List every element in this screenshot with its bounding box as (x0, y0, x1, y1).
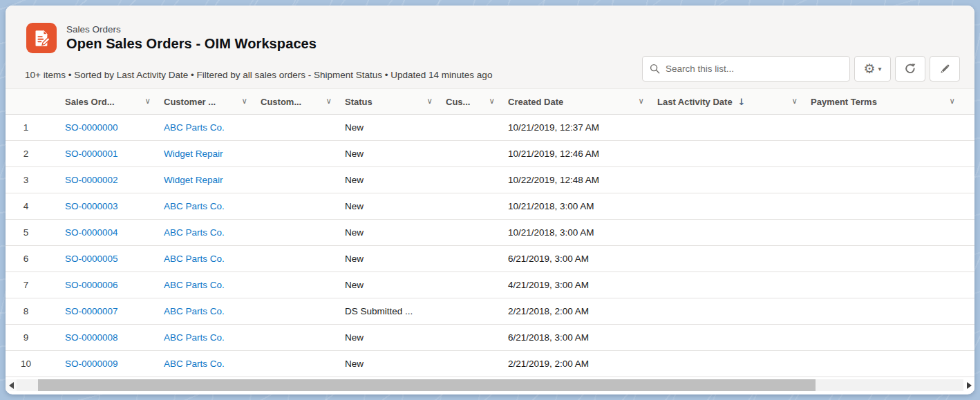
created-date-cell: 2/21/2018, 2:00 AM (502, 298, 651, 325)
column-header-customer[interactable]: Customer ...∨ (158, 89, 254, 115)
column-header-payment-terms[interactable]: Payment Terms∨ (804, 89, 962, 115)
customer-cell: ABC Parts Co. (158, 220, 254, 246)
table-row: 10 SO-0000009 ABC Parts Co. New 2/21/201… (6, 351, 974, 377)
row-number: 3 (6, 167, 59, 193)
customer-link[interactable]: ABC Parts Co. (164, 227, 225, 238)
sales-order-cell: SO-0000006 (59, 272, 158, 298)
created-date-cell: 6/21/2018, 3:00 AM (502, 325, 651, 351)
column-header-custom[interactable]: Custom...∨ (254, 89, 339, 115)
created-date-cell: 10/21/2019, 12:37 AM (502, 115, 651, 141)
customer-link[interactable]: ABC Parts Co. (164, 254, 225, 264)
list-view-summary: 10+ items • Sorted by Last Activity Date… (25, 70, 492, 80)
sales-order-cell: SO-0000002 (59, 167, 158, 193)
sales-order-link[interactable]: SO-0000002 (65, 175, 118, 185)
dropdown-arrow-icon: ▾ (878, 65, 882, 73)
customer-cell: Widget Repair (158, 167, 254, 193)
customer-link[interactable]: ABC Parts Co. (164, 359, 225, 369)
row-number: 6 (6, 246, 59, 272)
customer-cell: ABC Parts Co. (158, 272, 254, 298)
row-number: 8 (6, 298, 59, 325)
status-cell: New (339, 272, 440, 298)
sales-order-link[interactable]: SO-0000005 (65, 254, 118, 264)
row-number: 9 (6, 325, 59, 351)
sales-order-cell: SO-0000004 (59, 220, 158, 246)
chevron-down-icon[interactable]: ∨ (792, 97, 798, 106)
chevron-down-icon[interactable]: ∨ (950, 97, 955, 106)
created-date-cell: 10/21/2018, 3:00 AM (502, 193, 651, 220)
status-cell: New (339, 167, 440, 193)
created-date-cell: 4/21/2019, 3:00 AM (502, 272, 651, 298)
status-cell: New (339, 115, 440, 141)
column-header-status[interactable]: Status∨ (339, 89, 440, 115)
edit-button[interactable] (930, 56, 960, 82)
search-box[interactable] (642, 56, 850, 82)
table-row: 3 SO-0000002 Widget Repair New 10/22/201… (6, 167, 974, 193)
created-date-cell: 2/21/2019, 2:00 AM (502, 351, 651, 377)
sales-order-link[interactable]: SO-0000009 (65, 359, 118, 369)
customer-link[interactable]: Widget Repair (164, 149, 223, 159)
table-row: 8 SO-0000007 ABC Parts Co. DS Submitted … (6, 298, 974, 325)
column-header-cus[interactable]: Cus...∨ (440, 89, 502, 115)
customer-link[interactable]: ABC Parts Co. (164, 201, 225, 211)
customer-cell: ABC Parts Co. (158, 115, 254, 141)
sales-order-cell: SO-0000008 (59, 325, 158, 351)
sales-order-link[interactable]: SO-0000003 (65, 201, 118, 211)
search-input[interactable] (666, 64, 842, 74)
document-pencil-icon (32, 29, 51, 48)
sales-order-cell: SO-0000000 (59, 115, 158, 141)
sales-order-link[interactable]: SO-0000006 (65, 280, 118, 290)
column-header-clipped[interactable]: P (962, 89, 974, 115)
customer-cell: ABC Parts Co. (158, 298, 254, 325)
column-header-last-activity-date[interactable]: Last Activity Date↓∨ (651, 89, 804, 115)
entity-label: Sales Orders (66, 24, 121, 35)
table-row: 6 SO-0000005 ABC Parts Co. New 6/21/2019… (6, 246, 974, 272)
row-number: 1 (6, 115, 59, 141)
gear-icon: ⚙ (863, 62, 875, 75)
status-cell: DS Submitted ... (339, 298, 440, 325)
table-row: 4 SO-0000003 ABC Parts Co. New 10/21/201… (6, 193, 974, 220)
sales-order-link[interactable]: SO-0000001 (65, 149, 118, 159)
status-cell: New (339, 246, 440, 272)
chevron-down-icon[interactable]: ∨ (242, 97, 247, 106)
chevron-down-icon[interactable]: ∨ (145, 97, 151, 106)
chevron-down-icon[interactable]: ∨ (326, 97, 332, 106)
row-number: 5 (6, 220, 59, 246)
sales-order-link[interactable]: SO-0000000 (65, 122, 118, 133)
customer-link[interactable]: ABC Parts Co. (164, 280, 225, 290)
customer-cell: ABC Parts Co. (158, 351, 254, 377)
horizontal-scrollbar[interactable] (6, 379, 974, 391)
chevron-down-icon[interactable]: ∨ (427, 97, 433, 106)
customer-cell: ABC Parts Co. (158, 193, 254, 220)
search-icon (650, 64, 660, 74)
created-date-cell: 6/21/2019, 3:00 AM (502, 246, 651, 272)
column-header-sales-order[interactable]: Sales Ord...∨ (59, 89, 158, 115)
sales-order-link[interactable]: SO-0000007 (65, 306, 118, 316)
sales-order-cell: SO-0000005 (59, 246, 158, 272)
column-header-created-date[interactable]: Created Date∨ (502, 89, 651, 115)
chevron-down-icon[interactable]: ∨ (639, 97, 644, 106)
table-header-row: Sales Ord...∨ Customer ...∨ Custom...∨ S… (6, 89, 974, 115)
scroll-right-arrow[interactable] (963, 379, 974, 391)
desktop-background: Sales Orders Open Sales Orders - OIM Wor… (0, 0, 980, 400)
sales-order-link[interactable]: SO-0000008 (65, 332, 118, 343)
customer-link[interactable]: ABC Parts Co. (164, 122, 225, 133)
sort-descending-icon: ↓ (738, 97, 746, 106)
created-date-cell: 10/21/2018, 3:00 AM (502, 220, 651, 246)
table-row: 1 SO-0000000 ABC Parts Co. New 10/21/201… (6, 115, 974, 141)
customer-link[interactable]: ABC Parts Co. (164, 306, 225, 316)
customer-link[interactable]: ABC Parts Co. (164, 332, 225, 343)
sales-order-link[interactable]: SO-0000004 (65, 227, 118, 238)
scrollbar-thumb[interactable] (38, 379, 816, 391)
list-view-header: Sales Orders Open Sales Orders - OIM Wor… (6, 6, 974, 88)
chevron-down-icon[interactable]: ∨ (489, 97, 495, 106)
row-number: 10 (6, 351, 59, 377)
status-cell: New (339, 325, 440, 351)
customer-link[interactable]: Widget Repair (164, 175, 223, 185)
created-date-cell: 10/22/2019, 12:48 AM (502, 167, 651, 193)
scroll-left-arrow[interactable] (6, 379, 17, 391)
table-row: 7 SO-0000006 ABC Parts Co. New 4/21/2019… (6, 272, 974, 298)
list-settings-button[interactable]: ⚙ ▾ (854, 56, 891, 82)
row-number: 7 (6, 272, 59, 298)
sales-orders-object-icon (26, 23, 57, 53)
refresh-button[interactable] (895, 56, 925, 82)
